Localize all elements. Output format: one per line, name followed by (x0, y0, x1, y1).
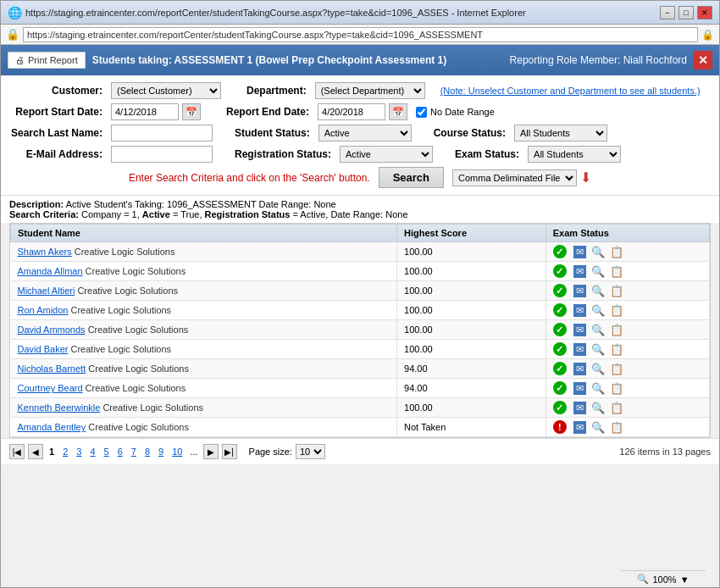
document-icon[interactable]: 📋 (610, 382, 623, 395)
page-size-select[interactable]: 10 25 50 (296, 444, 325, 459)
student-name-link[interactable]: David Baker (18, 344, 69, 354)
company-text: Creative Logic Solutions (75, 286, 178, 296)
search-action-icon[interactable]: 🔍 (591, 402, 605, 414)
search-action-icon[interactable]: 🔍 (591, 246, 605, 258)
download-icon[interactable]: ⬇ (580, 169, 591, 186)
search-button[interactable]: Search (379, 167, 444, 188)
score-cell: 94.00 (397, 359, 546, 379)
table-row: David Ammonds Creative Logic Solutions10… (11, 320, 710, 340)
table-row: Shawn Akers Creative Logic Solutions100.… (11, 242, 710, 262)
first-page-button[interactable]: |◀ (9, 444, 25, 459)
document-icon[interactable]: 📋 (610, 363, 623, 375)
search-action-icon[interactable]: 🔍 (591, 324, 605, 336)
print-report-button[interactable]: 🖨 Print Report (8, 52, 86, 69)
page-8[interactable]: 8 (142, 447, 152, 457)
document-icon[interactable]: 📋 (610, 265, 623, 278)
page-9[interactable]: 9 (156, 447, 166, 457)
search-action-icon[interactable]: 🔍 (591, 382, 605, 395)
table-row: Amanda Allman Creative Logic Solutions10… (11, 262, 710, 281)
email-icon[interactable]: ✉ (573, 304, 586, 317)
maximize-button[interactable]: □ (678, 6, 694, 19)
email-icon[interactable]: ✉ (573, 382, 586, 395)
action-icons: ✉🔍📋 (573, 285, 623, 297)
document-icon[interactable]: 📋 (610, 402, 623, 414)
table-row: Michael Altieri Creative Logic Solutions… (11, 281, 710, 301)
report-end-input[interactable] (318, 103, 385, 120)
student-name-link[interactable]: Ron Amidon (18, 305, 69, 315)
score-cell: 100.00 (397, 281, 546, 301)
pass-indicator: ✓ (553, 381, 567, 395)
app-close-button[interactable]: ✕ (694, 51, 712, 69)
department-select[interactable]: (Select Department) (315, 82, 425, 99)
page-7[interactable]: 7 (129, 447, 139, 457)
zoom-level: 100% (652, 574, 676, 585)
document-icon[interactable]: 📋 (610, 324, 623, 336)
student-name-link[interactable]: Shawn Akers (18, 247, 72, 257)
start-date-calendar-button[interactable]: 📅 (182, 103, 201, 120)
email-icon[interactable]: ✉ (573, 363, 586, 375)
email-icon[interactable]: ✉ (573, 265, 586, 278)
address-bar-input[interactable] (23, 27, 698, 42)
page-3[interactable]: 3 (74, 447, 84, 457)
next-page-button[interactable]: ▶ (203, 444, 219, 459)
exam-status-select[interactable]: All Students Passed Failed Not Taken (528, 146, 621, 163)
search-criteria-text: Company = 1, Active = True, Registration… (81, 209, 408, 219)
document-icon[interactable]: 📋 (610, 304, 623, 317)
student-name-link[interactable]: David Ammonds (18, 325, 86, 335)
prev-page-button[interactable]: ◀ (28, 444, 43, 459)
report-start-input[interactable] (111, 103, 179, 120)
page-4[interactable]: 4 (87, 447, 97, 457)
action-icons: ✉🔍📋 (573, 343, 623, 356)
end-date-calendar-button[interactable]: 📅 (389, 103, 407, 120)
document-icon[interactable]: 📋 (610, 246, 623, 258)
page-10[interactable]: 10 (169, 447, 185, 457)
student-name-link[interactable]: Courtney Beard (18, 383, 83, 393)
results-table-container: Student Name Highest Score Exam Status S… (9, 223, 711, 438)
note-text[interactable]: (Note: Unselect Customer and Department … (440, 86, 701, 96)
search-action-icon[interactable]: 🔍 (591, 285, 605, 297)
customer-select[interactable]: (Select Customer) (111, 82, 221, 99)
page-ellipsis: ... (188, 447, 199, 457)
current-page: 1 (47, 447, 57, 457)
search-action-icon[interactable]: 🔍 (591, 421, 605, 434)
student-name-link[interactable]: Michael Altieri (18, 286, 75, 296)
student-name-link[interactable]: Kenneth Beerwinkle (18, 402, 101, 413)
document-icon[interactable]: 📋 (610, 285, 623, 297)
registration-status-select[interactable]: Active All Students Inactive (340, 146, 433, 163)
search-last-name-input[interactable] (111, 125, 213, 141)
last-page-button[interactable]: ▶| (222, 444, 237, 459)
student-name-link[interactable]: Nicholas Barnett (18, 363, 86, 374)
student-name-link[interactable]: Amanda Allman (18, 266, 83, 276)
col-exam-status: Exam Status (546, 225, 709, 242)
page-6[interactable]: 6 (115, 447, 125, 457)
minimize-button[interactable]: − (660, 6, 675, 19)
no-date-range-checkbox[interactable] (416, 107, 427, 118)
page-2[interactable]: 2 (60, 447, 70, 457)
student-name-link[interactable]: Amanda Bentley (18, 422, 86, 432)
browser-close-button[interactable]: ✕ (697, 6, 712, 19)
page-5[interactable]: 5 (102, 447, 112, 457)
email-input[interactable] (111, 146, 213, 163)
report-start-label: Report Start Date: (9, 106, 102, 118)
score-cell: 100.00 (397, 398, 546, 418)
search-action-icon[interactable]: 🔍 (591, 265, 605, 278)
status-cell: ✓✉🔍📋 (546, 242, 709, 262)
comma-delim-select[interactable]: Comma Deliminated File (452, 169, 577, 186)
email-icon[interactable]: ✉ (573, 285, 586, 297)
email-icon[interactable]: ✉ (573, 402, 586, 414)
document-icon[interactable]: 📋 (610, 343, 623, 356)
zoom-dropdown-icon[interactable]: ▼ (680, 574, 690, 585)
document-icon[interactable]: 📋 (610, 421, 623, 434)
course-status-select[interactable]: All Students Active (514, 125, 607, 141)
company-text: Creative Logic Solutions (83, 266, 186, 276)
student-status-select[interactable]: Active All Students Inactive (318, 125, 412, 141)
search-action-icon[interactable]: 🔍 (591, 343, 605, 356)
search-action-icon[interactable]: 🔍 (591, 363, 605, 375)
search-action-icon[interactable]: 🔍 (591, 304, 605, 317)
email-icon[interactable]: ✉ (573, 324, 586, 336)
email-icon[interactable]: ✉ (573, 343, 586, 356)
page-title: Students taking: ASSESSMENT 1 (Bowel Pre… (92, 54, 503, 66)
email-icon[interactable]: ✉ (573, 421, 586, 434)
page-icon: 🔒 (6, 28, 19, 41)
email-icon[interactable]: ✉ (573, 246, 586, 258)
